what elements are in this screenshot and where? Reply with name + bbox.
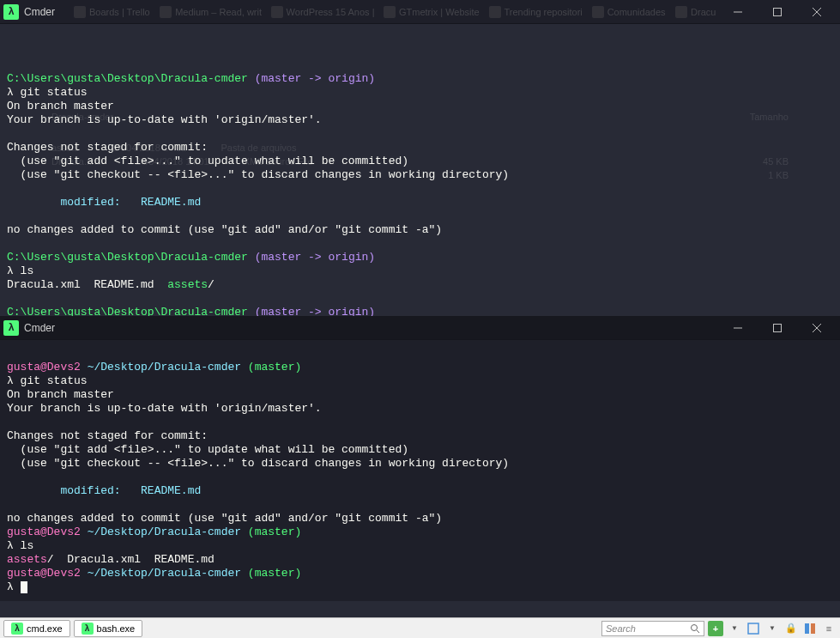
lambda-icon: λ [11,623,23,635]
console-tab-bash[interactable]: λ bash.exe [74,620,143,637]
command-line: λ git status [7,374,88,387]
split-icon[interactable] [802,621,818,636]
minimize-button[interactable] [718,316,758,340]
window-list-dropdown[interactable]: ▼ [764,621,780,636]
new-console-dropdown[interactable]: ▼ [727,621,742,636]
window1-titlebar: λ Cmder Boards | Trello Medium – Read, w… [0,0,840,24]
search-icon [690,623,700,634]
window2: λ Cmder gusta@Devs2 ~/Desktop/Dracula-cm… [0,316,840,601]
background-browser-tabs: Boards | Trello Medium – Read, writ Word… [69,2,720,22]
statusbar: λ cmd.exe λ bash.exe Search + ▼ ▼ 🔒 ≡ [0,617,840,638]
modified-file: README.md [141,484,201,497]
svg-rect-11 [805,623,809,634]
svg-rect-1 [774,8,782,15]
lock-icon[interactable]: 🔒 [783,621,799,636]
maximize-button[interactable] [758,0,797,24]
console-tab-cmd[interactable]: λ cmd.exe [3,620,70,637]
svg-line-9 [697,630,699,633]
cmder-icon: λ [3,4,19,20]
svg-rect-10 [748,623,758,634]
maximize-button[interactable] [758,316,797,340]
command-line: λ ls [7,539,33,552]
svg-rect-5 [774,324,782,331]
terminal1-output[interactable]: C:\Users\gusta\Desktop\Dracula-cmder (ma… [0,24,840,340]
prompt-path: ~/Desktop/Dracula-cmder [81,361,241,374]
terminal2-output[interactable]: gusta@Devs2 ~/Desktop/Dracula-cmder (mas… [0,340,840,601]
svg-point-8 [692,624,698,630]
menu-button[interactable]: ≡ [821,621,837,636]
prompt-branch: (master -> origin) [248,72,375,85]
lambda-icon: λ [82,623,94,635]
prompt-branch: (master) [241,361,301,374]
window2-titlebar: λ Cmder [0,316,840,340]
window-list-button[interactable] [746,621,761,636]
window2-title: Cmder [24,322,718,334]
close-button[interactable] [797,316,837,340]
modified-file: README.md [141,196,201,209]
new-console-button[interactable]: + [708,621,723,636]
prompt-user: gusta@Devs2 [7,361,81,374]
close-button[interactable] [797,0,837,24]
command-line: λ ls [7,264,33,277]
minimize-button[interactable] [718,0,758,24]
cmder-icon: λ [3,320,19,336]
svg-rect-12 [811,623,815,634]
cursor [21,581,27,593]
prompt-path: C:\Users\gusta\Desktop\Dracula-cmder [7,72,248,85]
search-input[interactable]: Search [601,621,704,636]
ls-dir: assets [167,278,208,291]
command-line: λ git status [7,86,88,99]
ls-dir: assets [7,553,47,566]
